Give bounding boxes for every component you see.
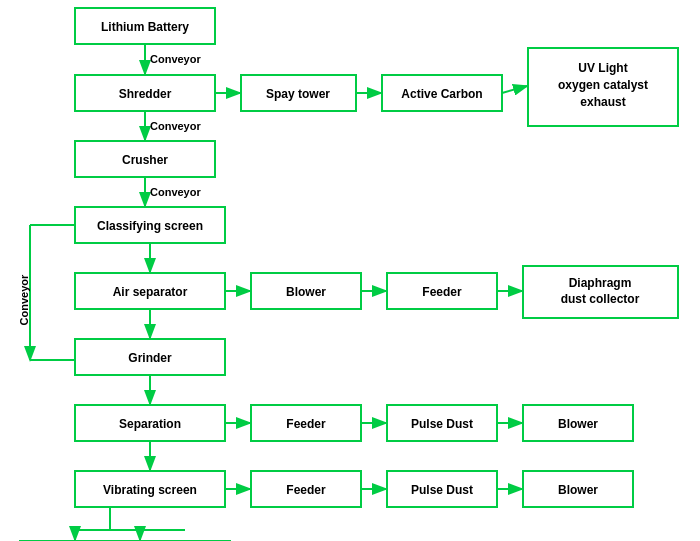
svg-line-38: [502, 86, 527, 93]
svg-text:oxygen catalyst: oxygen catalyst: [558, 78, 648, 92]
full-diagram-svg: Lithium Battery Conveyor Shredder Spay t…: [0, 0, 700, 541]
svg-text:Pulse Dust: Pulse Dust: [411, 417, 473, 431]
svg-text:Lithium Battery: Lithium Battery: [101, 20, 189, 34]
svg-text:Active Carbon: Active Carbon: [401, 87, 482, 101]
svg-text:Blower: Blower: [558, 417, 598, 431]
svg-text:Conveyor: Conveyor: [150, 120, 201, 132]
svg-text:Air separator: Air separator: [113, 285, 188, 299]
svg-text:Pulse Dust: Pulse Dust: [411, 483, 473, 497]
svg-text:exhaust: exhaust: [580, 95, 625, 109]
svg-text:Vibrating screen: Vibrating screen: [103, 483, 197, 497]
svg-text:Crusher: Crusher: [122, 153, 168, 167]
svg-text:Feeder: Feeder: [286, 483, 326, 497]
svg-text:Blower: Blower: [558, 483, 598, 497]
svg-text:Conveyor: Conveyor: [150, 186, 201, 198]
full-diagram: Lithium Battery Conveyor Shredder Spay t…: [0, 0, 700, 541]
svg-text:Separation: Separation: [119, 417, 181, 431]
svg-text:UV Light: UV Light: [578, 61, 627, 75]
svg-text:Spay tower: Spay tower: [266, 87, 330, 101]
svg-text:Feeder: Feeder: [422, 285, 462, 299]
svg-text:dust collector: dust collector: [561, 292, 640, 306]
svg-text:Blower: Blower: [286, 285, 326, 299]
svg-text:Conveyor: Conveyor: [18, 274, 30, 325]
svg-text:Shredder: Shredder: [119, 87, 172, 101]
svg-text:Conveyor: Conveyor: [150, 53, 201, 65]
svg-text:Feeder: Feeder: [286, 417, 326, 431]
svg-text:Diaphragm: Diaphragm: [569, 276, 632, 290]
svg-text:Classifying screen: Classifying screen: [97, 219, 203, 233]
svg-text:Grinder: Grinder: [128, 351, 172, 365]
